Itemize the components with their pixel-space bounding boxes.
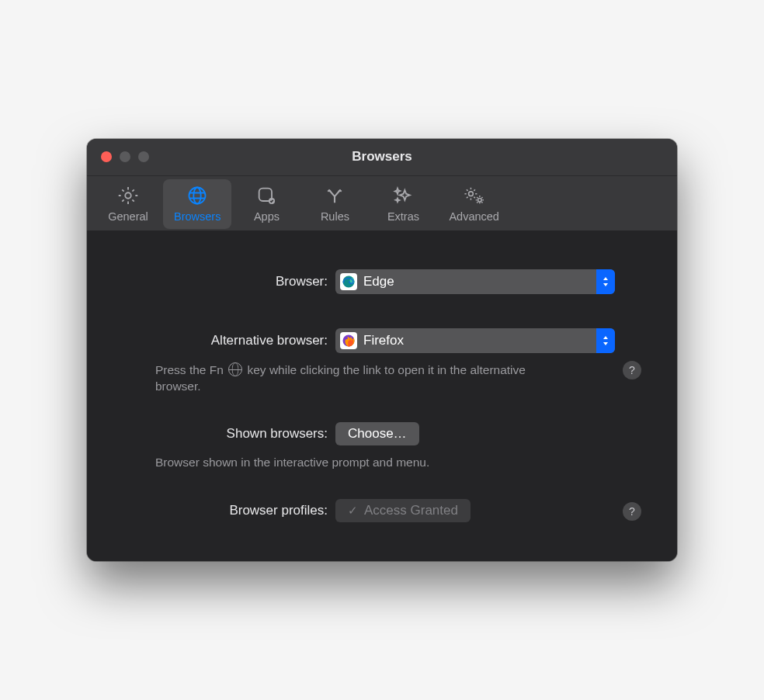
choose-button[interactable]: Choose…: [335, 422, 419, 445]
help-button[interactable]: ?: [623, 361, 641, 379]
tab-label: Advanced: [449, 210, 499, 223]
zoom-icon[interactable]: [138, 151, 149, 162]
shown-browsers-hint: Browser shown in the interactive prompt …: [155, 452, 646, 471]
svg-point-5: [468, 191, 473, 196]
alt-browser-row: Alternative browser: Firefox: [118, 328, 646, 353]
tab-apps[interactable]: Apps: [233, 179, 300, 229]
close-icon[interactable]: [101, 151, 112, 162]
help-button[interactable]: ?: [623, 502, 641, 521]
browser-row: Browser: Edge: [118, 269, 646, 294]
alt-browser-label: Alternative browser:: [118, 333, 335, 348]
svg-point-1: [189, 187, 206, 203]
tab-rules[interactable]: Rules: [301, 179, 368, 229]
tab-label: Extras: [387, 210, 419, 223]
svg-point-2: [194, 187, 201, 203]
window-title: Browsers: [87, 149, 677, 165]
minimize-icon[interactable]: [120, 151, 130, 162]
alt-browser-select[interactable]: Firefox: [335, 328, 615, 353]
check-icon: ✓: [348, 504, 358, 518]
tab-browsers[interactable]: Browsers: [163, 179, 231, 229]
sparkle-icon: [392, 184, 414, 207]
tab-extras[interactable]: Extras: [370, 179, 436, 229]
profiles-row: Browser profiles: ✓ Access Granted ?: [118, 499, 646, 522]
firefox-icon: [340, 332, 357, 349]
tab-label: Rules: [321, 210, 349, 223]
tab-label: Browsers: [174, 210, 221, 223]
gears-icon: [462, 184, 487, 207]
titlebar: Browsers: [87, 139, 677, 176]
app-icon: [255, 184, 277, 207]
globe-icon: [186, 184, 208, 207]
window-controls: [87, 151, 149, 162]
browser-label: Browser:: [118, 274, 335, 289]
gear-icon: [117, 184, 139, 207]
shown-browsers-row: Shown browsers: Choose…: [118, 422, 646, 445]
alt-browser-hint: Press the Fn key while clicking the link…: [155, 359, 615, 395]
tab-advanced[interactable]: Advanced: [438, 179, 510, 229]
content-pane: Browser: Edge Alternative browser:: [87, 230, 677, 562]
edge-icon: [340, 273, 357, 290]
browser-value: Edge: [363, 274, 596, 289]
profiles-value: Access Granted: [364, 503, 458, 518]
tab-label: Apps: [254, 210, 280, 223]
svg-point-0: [125, 192, 130, 198]
preferences-window: Browsers General Browsers Apps Rules: [87, 139, 677, 562]
tab-general[interactable]: General: [95, 179, 161, 229]
globe-key-icon: [228, 362, 242, 376]
profiles-label: Browser profiles:: [118, 503, 335, 518]
chevron-updown-icon: [596, 328, 615, 353]
tab-label: General: [108, 210, 148, 223]
alt-browser-value: Firefox: [363, 333, 596, 348]
fork-icon: [324, 184, 346, 207]
shown-browsers-label: Shown browsers:: [118, 426, 335, 442]
svg-point-6: [477, 198, 481, 202]
browser-select[interactable]: Edge: [335, 269, 615, 294]
profiles-status-button: ✓ Access Granted: [335, 499, 471, 522]
toolbar: General Browsers Apps Rules Extras: [87, 176, 677, 230]
chevron-updown-icon: [596, 269, 615, 294]
